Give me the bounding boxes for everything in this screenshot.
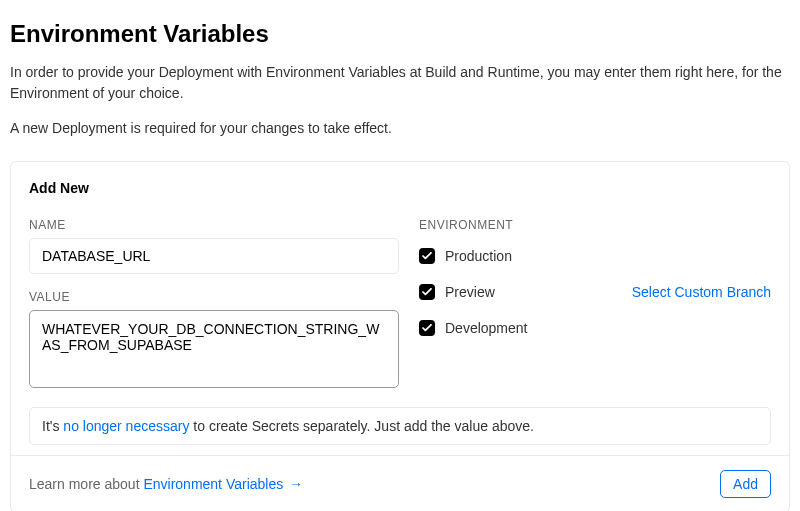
checkbox-development[interactable] [419, 320, 435, 336]
page-description-2: A new Deployment is required for your ch… [10, 118, 790, 139]
add-new-panel: Add New NAME VALUE WHATEVER_YOUR_DB_CONN… [10, 161, 790, 511]
no-longer-necessary-link[interactable]: no longer necessary [63, 418, 189, 434]
add-button[interactable]: Add [720, 470, 771, 498]
select-custom-branch-link[interactable]: Select Custom Branch [632, 284, 771, 300]
panel-footer: Learn more about Environment Variables →… [11, 455, 789, 511]
environment-row-preview: Preview Select Custom Branch [419, 274, 771, 310]
value-label: VALUE [29, 290, 399, 304]
secrets-notice: It's no longer necessary to create Secre… [29, 407, 771, 445]
name-label: NAME [29, 218, 399, 232]
panel-title: Add New [29, 180, 771, 196]
environment-label-development: Development [445, 320, 528, 336]
environment-label-preview: Preview [445, 284, 495, 300]
learn-more-prefix: Learn more about [29, 476, 143, 492]
checkbox-production[interactable] [419, 248, 435, 264]
environment-label-production: Production [445, 248, 512, 264]
environment-label: ENVIRONMENT [419, 218, 771, 232]
checkbox-preview[interactable] [419, 284, 435, 300]
page-title: Environment Variables [10, 20, 790, 48]
environment-row-production: Production [419, 238, 771, 274]
learn-more-link[interactable]: Environment Variables → [143, 476, 303, 492]
arrow-right-icon: → [289, 476, 303, 492]
page-description-1: In order to provide your Deployment with… [10, 62, 790, 104]
name-input[interactable] [29, 238, 399, 274]
notice-suffix: to create Secrets separately. Just add t… [189, 418, 534, 434]
notice-prefix: It's [42, 418, 63, 434]
environment-row-development: Development [419, 310, 771, 346]
value-textarea[interactable]: WHATEVER_YOUR_DB_CONNECTION_STRING_WAS_F… [29, 310, 399, 388]
